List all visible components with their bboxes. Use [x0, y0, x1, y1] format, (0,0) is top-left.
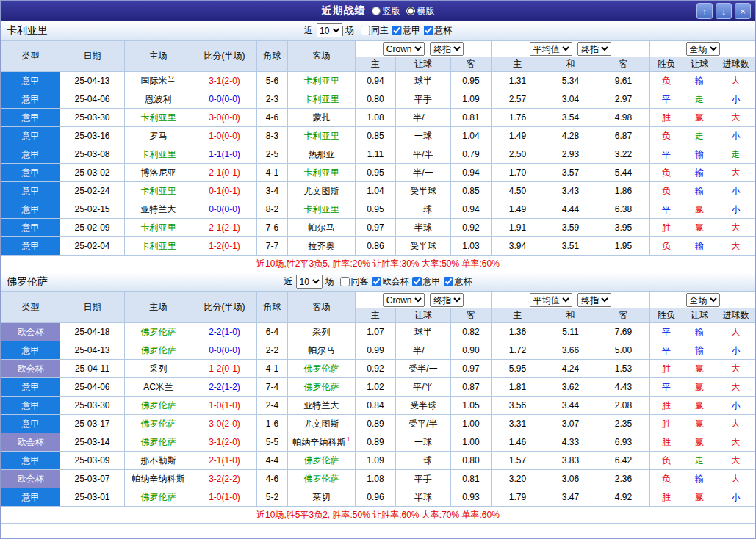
match-row: 意甲25-03-09那不勒斯2-1(1-0)4-4佛罗伦萨1.09一球0.801…: [1, 452, 756, 470]
result-handicap: 输: [683, 72, 716, 90]
euro-home-odds: 1.76: [492, 109, 544, 127]
close-button[interactable]: ×: [735, 3, 751, 19]
asian-home-odds: 0.96: [356, 488, 396, 507]
filter-checkbox[interactable]: [360, 26, 370, 35]
asian-away-odds: 0.95: [451, 72, 492, 90]
euro-source-select[interactable]: 平均值: [530, 293, 572, 307]
filter-checkbox[interactable]: [412, 277, 422, 286]
filter-同主[interactable]: 同主: [360, 24, 389, 37]
result-winloss: 胜: [650, 219, 683, 237]
result-handicap: 赢: [683, 219, 716, 237]
euro-draw-odds: 3.57: [544, 164, 597, 182]
titlebar: 近期战绩 竖版横版 ↑ ↓ ×: [1, 1, 755, 21]
euro-away-odds: 6.42: [597, 452, 650, 470]
league-badge: 意甲: [1, 200, 60, 219]
result-goals: 大: [716, 237, 756, 256]
layout-radio-horizontal[interactable]: 横版: [406, 5, 435, 18]
filter-意甲[interactable]: 意甲: [392, 24, 420, 37]
euro-type-select[interactable]: 终指: [577, 42, 611, 56]
layout-radio-vertical[interactable]: 竖版: [372, 5, 400, 18]
asian-home-odds: 0.89: [356, 433, 396, 452]
euro-away-odds: 6.38: [597, 200, 650, 219]
away-team: 佛罗伦萨: [288, 360, 356, 378]
col-header-euro-away: 客: [597, 57, 650, 72]
filter-意甲[interactable]: 意甲: [412, 275, 441, 288]
move-up-button[interactable]: ↑: [696, 3, 713, 19]
euro-away-odds: 1.86: [597, 182, 650, 200]
home-team: 那不勒斯: [125, 452, 192, 470]
filter-group: 同主意甲意杯: [357, 24, 452, 37]
result-goals: 大: [716, 452, 756, 470]
result-goals: 大: [716, 164, 756, 182]
filter-checkbox[interactable]: [444, 277, 453, 286]
filter-checkbox[interactable]: [423, 26, 433, 35]
scope-select[interactable]: 全场: [686, 42, 720, 56]
euro-draw-odds: 5.11: [544, 323, 597, 341]
col-header-euro-home: 主: [492, 308, 544, 323]
move-down-button[interactable]: ↓: [716, 3, 732, 19]
matches-label: 场: [325, 275, 334, 288]
filter-欧会杯[interactable]: 欧会杯: [372, 275, 409, 288]
away-team: 卡利亚里: [288, 127, 356, 145]
result-handicap: 赢: [683, 360, 716, 378]
match-score: 0-0(0-0): [192, 200, 257, 219]
asian-handicap: 受半/一: [396, 360, 451, 378]
result-goals: 小: [716, 127, 756, 145]
filter-同客[interactable]: 同客: [340, 275, 369, 288]
recent-count-select[interactable]: 10: [296, 275, 323, 289]
scope-select[interactable]: 全场: [686, 293, 720, 307]
filter-意杯[interactable]: 意杯: [444, 275, 472, 288]
euro-source-select[interactable]: 平均值: [530, 42, 572, 56]
filter-checkbox[interactable]: [372, 277, 381, 286]
away-team: 拉齐奥: [288, 237, 356, 256]
corner-count: 2-3: [257, 90, 288, 109]
match-date: 25-04-13: [60, 341, 125, 360]
col-header-score: 比分(半场): [192, 292, 257, 323]
filter-checkbox[interactable]: [340, 277, 350, 286]
match-date: 25-02-24: [60, 182, 125, 200]
away-team: 帕尔马: [288, 219, 356, 237]
bookmaker-select[interactable]: Crown: [383, 293, 425, 307]
odds-type-select[interactable]: 终指: [430, 293, 464, 307]
asian-home-odds: 1.07: [356, 323, 396, 341]
team-section: 卡利亚里 近 10 场 同主意甲意杯 类型 日期 主场 比分(半场): [1, 21, 755, 272]
col-header-winloss: 胜负: [650, 308, 683, 323]
asian-home-odds: 1.09: [356, 452, 396, 470]
corner-count: 2-2: [257, 341, 288, 360]
result-handicap: 赢: [683, 433, 716, 452]
asian-handicap: 受半球: [396, 182, 451, 200]
euro-draw-odds: 3.66: [544, 341, 597, 360]
asian-home-odds: 0.85: [356, 127, 396, 145]
league-badge: 意甲: [1, 397, 60, 415]
league-badge: 意甲: [1, 452, 60, 470]
league-badge: 欧会杯: [1, 470, 60, 488]
league-badge: 意甲: [1, 488, 60, 507]
home-team: 卡利亚里: [125, 182, 192, 200]
result-winloss: 负: [650, 470, 683, 488]
filter-group: 同客欧会杯意甲意杯: [337, 275, 472, 288]
filter-意杯[interactable]: 意杯: [423, 24, 452, 37]
filter-checkbox[interactable]: [392, 26, 401, 35]
match-date: 25-03-07: [60, 470, 125, 488]
bookmaker-select[interactable]: Crown: [383, 42, 425, 56]
euro-home-odds: 3.31: [492, 415, 544, 433]
team-name: 卡利亚里: [7, 24, 48, 37]
asian-home-odds: 0.95: [356, 164, 396, 182]
euro-away-odds: 1.95: [597, 237, 650, 256]
layout-radio-input[interactable]: [372, 7, 381, 15]
match-row: 意甲25-03-30佛罗伦萨1-0(1-0)2-4亚特兰大0.84受半球1.05…: [1, 397, 756, 415]
match-row: 意甲25-02-04卡利亚里1-2(0-1)7-7拉齐奥0.86受半球1.033…: [1, 237, 756, 256]
euro-draw-odds: 4.33: [544, 433, 597, 452]
layout-radio-input[interactable]: [406, 7, 415, 15]
result-goals: 大: [716, 470, 756, 488]
col-header-score: 比分(半场): [192, 41, 257, 72]
euro-draw-odds: 3.47: [544, 488, 597, 507]
match-date: 25-04-11: [60, 360, 125, 378]
match-row: 意甲25-04-06恩波利0-0(0-0)2-3卡利亚里0.80平手1.092.…: [1, 90, 756, 109]
euro-type-select[interactable]: 终指: [577, 293, 611, 307]
odds-type-select[interactable]: 终指: [430, 42, 464, 56]
near-label: 近: [284, 275, 293, 288]
recent-count-select[interactable]: 10: [316, 23, 342, 37]
asian-away-odds: 0.90: [451, 341, 492, 360]
corner-count: 7-7: [257, 237, 288, 256]
